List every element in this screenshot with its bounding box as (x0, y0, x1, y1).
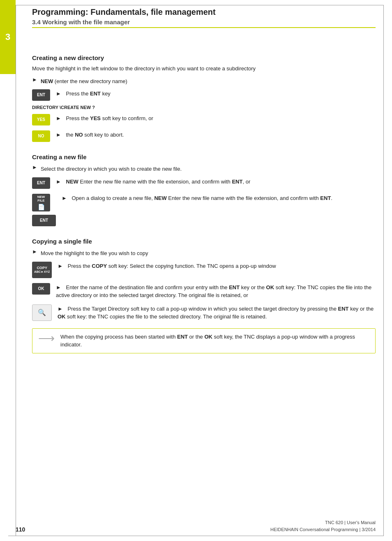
arrow-icon5: ► (32, 164, 37, 170)
directory-label: DIRECTORY \CREATE NEW ? (32, 105, 376, 110)
page-title: Programming: Fundamentals, file manageme… (32, 7, 376, 17)
heading-create-file: Creating a new file (32, 153, 376, 160)
target-key-instruction: ► Press the Target Directory soft key to… (58, 304, 376, 321)
ok-key-instruction: ► Enter the name of the destination file… (56, 282, 376, 300)
arrow-icon11: ► (58, 306, 63, 312)
copy-key-instruction: ► Press the COPY soft key: Select the co… (58, 261, 276, 270)
yes-key-row: YES ► Press the YES soft key to confirm,… (32, 113, 376, 125)
target-key-button[interactable]: 🔍 (32, 304, 52, 321)
copy-file-step1-text: Move the highlight to the file you wish … (41, 248, 148, 258)
new-file-button-row: NEW FILE 📄 ENT ► Open a dialog to create… (32, 193, 376, 227)
arrow-icon: ► (32, 77, 37, 83)
no-key-instruction: ► the NO soft key to abort. (56, 130, 124, 139)
section-title: 3.4 Working with the file manager (32, 19, 376, 26)
create-file-ent-button[interactable]: ENT (32, 177, 50, 189)
arrow-icon4: ► (56, 132, 61, 138)
page-number: 110 (16, 526, 25, 533)
no-key-button[interactable]: NO (32, 130, 50, 142)
arrow-icon3: ► (56, 115, 61, 121)
new-file-ent-button[interactable]: ENT (32, 215, 56, 226)
arrow-icon6: ► (56, 179, 61, 185)
create-file-ent-instruction: ► NEW Enter the new file name with the f… (56, 176, 250, 186)
new-step-text: NEW (enter the new directory name) (41, 76, 127, 86)
page-header: Programming: Fundamentals, file manageme… (32, 7, 376, 28)
new-arrow-item: ► NEW (enter the new directory name) (32, 76, 376, 86)
copy-key-button[interactable]: COPY ABC►XYZ (32, 262, 52, 278)
heading-create-directory: Creating a new directory (32, 54, 376, 61)
create-file-ent-row: ENT ► NEW Enter the new file name with t… (32, 176, 376, 189)
new-file-key-button[interactable]: NEW FILE 📄 (32, 194, 50, 212)
yes-key-instruction: ► Press the YES soft key to confirm, or (56, 113, 153, 123)
note-text: When the copying process has been starte… (60, 333, 369, 349)
ent-key-button[interactable]: ENT (32, 89, 50, 101)
create-directory-body: Move the highlight in the left window to… (32, 65, 376, 73)
ok-key-row: OK ► Enter the name of the destination f… (32, 282, 376, 300)
note-icon: ⟶ (38, 333, 55, 344)
heading-copy-file: Copying a single file (32, 238, 376, 245)
page-footer: 110 TNC 620 | User's Manual HEIDENHAIN C… (16, 519, 376, 533)
copy-key-row: COPY ABC►XYZ ► Press the COPY soft key: … (32, 261, 376, 278)
no-key-row: NO ► the NO soft key to abort. (32, 130, 376, 142)
yes-key-button[interactable]: YES (32, 114, 50, 125)
footer-line1: TNC 620 | User's Manual (270, 519, 376, 526)
target-key-row: 🔍 ► Press the Target Directory soft key … (32, 304, 376, 321)
new-label: NEW (41, 78, 53, 84)
footer-line2: HEIDENHAIN Conversational Programming | … (270, 526, 376, 533)
new-file-instruction: ► Open a dialog to create a new file, NE… (62, 193, 332, 202)
chapter-number: 3 (5, 32, 10, 42)
arrow-icon9: ► (58, 263, 63, 269)
chapter-tab: 3 (0, 0, 16, 74)
arrow-icon8: ► (32, 248, 37, 255)
arrow-icon2: ► (56, 91, 61, 97)
copy-file-step1: ► Move the highlight to the file you wis… (32, 248, 376, 258)
footer-info: TNC 620 | User's Manual HEIDENHAIN Conve… (270, 519, 376, 533)
create-file-step1-text: Select the directory in which you wish t… (41, 164, 182, 173)
arrow-icon10: ► (56, 284, 61, 290)
ok-key-button[interactable]: OK (32, 283, 50, 295)
ent-key-row: ENT ► Press the ENT key (32, 88, 376, 101)
new-description: (enter the new directory name) (55, 78, 127, 84)
note-box: ⟶ When the copying process has been star… (32, 328, 376, 353)
arrow-icon7: ► (62, 195, 67, 201)
create-file-step1: ► Select the directory in which you wish… (32, 164, 376, 173)
ent-key-instruction: ► Press the ENT key (56, 88, 111, 98)
